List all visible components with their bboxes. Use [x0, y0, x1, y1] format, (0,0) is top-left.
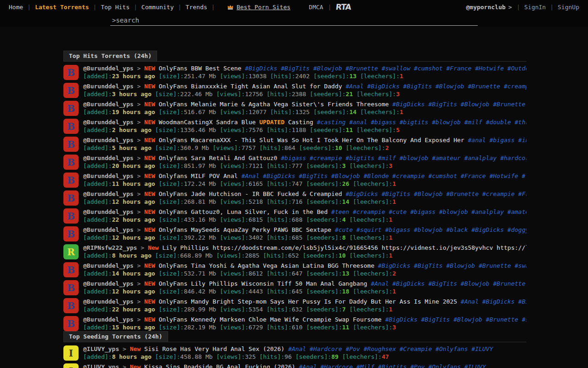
user-avatar[interactable]: B [63, 280, 79, 295]
torrent-stats-line: [added]:12 hours ago [size]:846.42 Mb [v… [83, 288, 526, 295]
nav-item-trends[interactable]: Trends [181, 4, 211, 11]
uploader-link[interactable]: @Burunddel_yps [83, 101, 134, 108]
hashtag-links[interactable]: #BigDicks #BigTits #Blowjob #Brunette #s… [245, 65, 526, 72]
user-avatar[interactable]: B [63, 172, 79, 188]
uploader-link[interactable]: @ILUVY_yps [83, 363, 119, 368]
torrent-title[interactable]: Onlyfans Sara Retali And Gattouz0 [158, 155, 277, 161]
torrent-title[interactable]: OnlyFans Jade Hutchison - IR BBC Fucked … [158, 190, 342, 197]
views-value: 8612 [249, 270, 263, 277]
hashtag-links[interactable]: #anal #bigass #interrac… [468, 137, 526, 144]
spacer [213, 91, 216, 98]
uploader-link[interactable]: @Burunddel_yps [83, 65, 134, 72]
nav-item-community[interactable]: Community [137, 4, 178, 11]
torrent-title[interactable]: Onlyfans MILF POV Anal [158, 172, 237, 179]
hashtag-links[interactable]: #cute #squirt #bigass #blowjob #black #B… [335, 226, 526, 233]
best-porn-sites-link[interactable]: Best Porn Sites [237, 4, 290, 11]
torrent-title[interactable]: OnlyFans Lily Phillips Wisconsin Tiff 50… [158, 280, 367, 287]
uploader-link[interactable]: @Burunddel_yps [83, 280, 134, 287]
user-avatar[interactable]: B [63, 101, 79, 116]
uploader-link[interactable]: @Burunddel_yps [83, 208, 134, 215]
hashtag-links[interactable]: #BigDicks #BigTits #Blowjob #Brunette #s… [392, 101, 526, 108]
hashtag-links[interactable]: #Anal #BigDicks #BigTits #Blowjob #Brune… [371, 280, 526, 287]
user-avatar[interactable]: I [63, 345, 79, 361]
torrent-title[interactable]: OnlyFans Mandy Bright Step-mom Says Her … [158, 298, 457, 305]
signin-link[interactable]: SignIn [520, 4, 550, 11]
hashtag-links[interactable]: #BigDicks #BigTits #Blowjob #Brunette #s… [378, 262, 526, 269]
uploader-link[interactable]: @Burunddel_yps [83, 137, 134, 144]
uploader-link[interactable]: @Burunddel_yps [83, 262, 134, 269]
account-link[interactable]: @mypornclub [466, 4, 508, 11]
user-avatar[interactable]: B [63, 262, 79, 277]
user-avatar[interactable]: R [63, 244, 79, 259]
hashtag-links[interactable]: #Anal #BigDicks #BigTits #Blowjob #Blond… [241, 172, 526, 179]
uploader-link[interactable]: @Burunddel_yps [83, 155, 134, 161]
user-avatar[interactable]: B [63, 208, 79, 224]
stat-label: [leechers]: [349, 306, 389, 313]
stat-label: [leechers]: [360, 109, 400, 115]
user-avatar[interactable]: B [63, 83, 79, 98]
uploader-link[interactable]: @Burunddel_yps [83, 190, 134, 197]
uploader-link[interactable]: @ILUVY_yps [83, 345, 119, 352]
torrent-row: B@Burunddel_yps > NEW OnlyFans Kennedy M… [63, 316, 526, 331]
torrent-title[interactable]: OnlyFans Kennedy Marksen Chloe Mae Wife … [158, 316, 381, 323]
torrent-title[interactable]: Sisi Rose Has Very Hard Anal Sex (2026) [144, 345, 284, 352]
dmca-link[interactable]: DMCA [304, 4, 328, 11]
uploader-link[interactable]: @RIPNsfw222_yps [83, 244, 137, 251]
torrent-title[interactable]: OnlyFans MacarenaXXX - This Slut Was So … [158, 137, 464, 144]
added-value: 12 hours ago [112, 288, 155, 295]
uploader-link[interactable]: @Burunddel_yps [83, 226, 134, 233]
hashtag-links[interactable]: #teen #creampie #cute #bigass #blowjob #… [331, 208, 526, 215]
torrent-title[interactable]: Casting [288, 119, 313, 126]
user-avatar[interactable]: B [63, 155, 79, 170]
user-avatar[interactable]: I [63, 363, 79, 368]
torrent-info: @Burunddel_yps > NEW Onlyfans Sara Retal… [83, 155, 526, 170]
hashtag-links[interactable]: #casting #anal #bigass #bigtits #blowjob… [317, 119, 526, 126]
user-avatar[interactable]: B [63, 226, 79, 242]
search-input[interactable] [110, 16, 478, 26]
nav-item-top-hits[interactable]: Top Hits [96, 4, 134, 11]
torrent-row: B@Burunddel_yps > NEW WoodmanCastingX Sa… [63, 119, 526, 134]
torrent-title[interactable]: Onlyfans MaySeeds AquaZay Perky PAWG BBC… [158, 226, 331, 233]
user-avatar[interactable]: B [63, 137, 79, 152]
spacer [152, 126, 155, 133]
torrent-title[interactable]: Kissa Sins Roadside BG Anal Fucking (202… [144, 363, 295, 368]
stat-label: [views]: [216, 91, 245, 98]
torrent-title[interactable]: OnlyFans BBW Best Scene [158, 65, 241, 72]
user-avatar[interactable]: B [63, 119, 79, 134]
added-value: 15 hours ago [112, 324, 155, 331]
user-avatar[interactable]: B [63, 190, 79, 206]
user-avatar[interactable]: B [63, 298, 79, 313]
hashtag-links[interactable]: #BigDicks #BigTits #Blowjob #Brunette #s… [385, 316, 526, 323]
added-value: 2 hours ago [112, 126, 152, 133]
nav-item-home[interactable]: Home [5, 4, 27, 11]
hashtag-links[interactable]: #Anal #Hardcore #Milf #Bigtits #Pov #Onl… [299, 363, 486, 368]
uploader-link[interactable]: @Burunddel_yps [83, 119, 134, 126]
spacer [342, 144, 346, 151]
torrent-title[interactable]: OnlyFans Melanie Marie & Agatha Vega Sis… [158, 101, 389, 108]
signup-link[interactable]: SignUp [554, 4, 583, 11]
account-area: @mypornclub > | SignIn | SignUp [466, 4, 583, 11]
stat-label: [added]: [83, 180, 112, 187]
torrent-title[interactable]: OnlyFans Tina Yoshi & Agatha Vega Asian … [158, 262, 374, 269]
stat-label: [hits]: [266, 180, 292, 187]
size-value: 433.16 Mb [184, 216, 216, 223]
uploader-link[interactable]: @Burunddel_yps [83, 83, 134, 90]
hashtag-links[interactable]: #bigass #creampie #bigtits #milf #blowjo… [281, 155, 526, 161]
chevron-right-icon: > [137, 83, 141, 90]
uploader-link[interactable]: @Burunddel_yps [83, 298, 134, 305]
torrent-title[interactable]: OnlyFans Bianxxxkie Tight Asian Anal Slu… [158, 83, 342, 90]
torrent-title[interactable]: WoodmanCastingX Sandra Blue [158, 119, 255, 126]
stat-label: [added]: [83, 353, 112, 360]
hashtag-links[interactable]: #BigDicks #BigTits #Blowjob #Brunette #c… [345, 190, 526, 197]
hashtag-links[interactable]: #Anal #Hardcore #Pov #Roughsex #Creampie… [288, 345, 493, 352]
hashtag-links[interactable]: #Anal #BigDicks #BigTits #Blowjob #Brune… [345, 83, 526, 90]
torrent-title[interactable]: Lily Phillips https://doodstream.com/e/l… [162, 244, 526, 251]
torrent-title[interactable]: OnlyFans Gattouz0, Luna Silver, Fuck in … [158, 208, 328, 215]
hashtag-links[interactable]: #Anal #BigDicks #BigTits … [461, 298, 526, 305]
user-avatar[interactable]: B [63, 65, 79, 80]
uploader-link[interactable]: @Burunddel_yps [83, 316, 134, 323]
spacer [356, 73, 360, 80]
nav-item-latest-torrents[interactable]: Latest Torrents [31, 4, 93, 11]
uploader-link[interactable]: @Burunddel_yps [83, 172, 134, 179]
user-avatar[interactable]: B [63, 316, 79, 331]
